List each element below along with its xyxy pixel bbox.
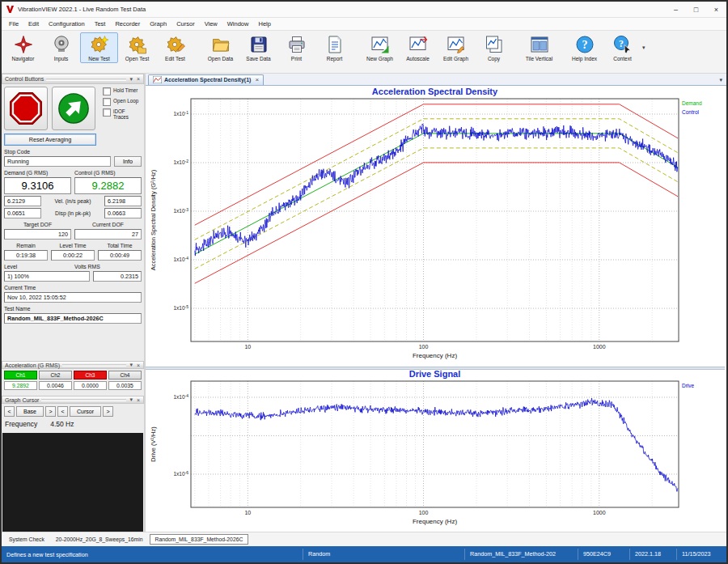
- remain-value: 0:19:38: [4, 250, 48, 261]
- menu-item-graph[interactable]: Graph: [145, 19, 171, 29]
- start-button[interactable]: [52, 87, 95, 130]
- toolbar-button-open-data[interactable]: Open Data: [201, 32, 239, 63]
- reset-averaging-button[interactable]: Reset Averaging: [4, 134, 96, 146]
- toolbar-button-report[interactable]: Report: [315, 32, 353, 63]
- bottom-tab-random-mil-833f-method-2026c[interactable]: Random_MIL_833F_Method-2026C: [150, 534, 249, 545]
- toolbar-button-label: Edit Graph: [443, 56, 468, 61]
- target-dof-value: 120: [4, 229, 71, 240]
- svg-text:100: 100: [419, 344, 429, 350]
- toolbar-button-new-test[interactable]: New Test: [80, 32, 118, 63]
- checkbox-open-loop[interactable]: [103, 98, 111, 106]
- base-button[interactable]: Base: [16, 406, 44, 417]
- toolbar-button-print[interactable]: Print: [277, 32, 315, 63]
- cursor-next-button[interactable]: >: [103, 406, 113, 417]
- toolbar-button-navigator[interactable]: Navigator: [4, 32, 42, 63]
- cursor-prev-button[interactable]: <: [57, 406, 68, 417]
- menu-item-cursor[interactable]: Cursor: [171, 19, 200, 29]
- info-button[interactable]: Info: [114, 156, 142, 167]
- bottom-tab-system-check[interactable]: System Check: [4, 535, 49, 544]
- panel-title: Acceleration (G RMS): [5, 363, 60, 368]
- cursor-button[interactable]: Cursor: [70, 406, 101, 417]
- channel-value-ch3: 0.0000: [74, 381, 107, 390]
- channel-value-ch1: 9.2892: [4, 381, 37, 390]
- toolbar-button-open-test[interactable]: Open Test: [118, 32, 156, 63]
- menu-item-configuration[interactable]: Configuration: [44, 19, 90, 29]
- base-next-button[interactable]: >: [45, 406, 56, 417]
- menu-item-help[interactable]: Help: [253, 19, 275, 29]
- menu-item-test[interactable]: Test: [90, 19, 111, 29]
- toolbar-button-help-index[interactable]: ?Help Index: [565, 32, 603, 63]
- toolbar-button-autoscale[interactable]: Autoscale: [399, 32, 437, 63]
- toolbar-button-save-data[interactable]: Save Data: [239, 32, 277, 63]
- channel-header-ch4[interactable]: Ch4: [108, 371, 142, 380]
- panel-collapse-icon[interactable]: ▾: [129, 76, 133, 83]
- svg-text:1x10-4: 1x10-4: [173, 393, 188, 401]
- panel-collapse-icon[interactable]: ▾: [129, 362, 133, 368]
- maximize-button[interactable]: □: [686, 2, 706, 17]
- toolbar-button-edit-graph[interactable]: Edit Graph: [437, 32, 475, 63]
- toolbar-button-edit-test[interactable]: Edit Test: [156, 32, 194, 63]
- panel-title: Graph Cursor: [5, 397, 39, 403]
- tab-overflow-icon[interactable]: ▾: [717, 77, 724, 85]
- graph-tab-close-icon[interactable]: ×: [255, 76, 259, 83]
- channel-header-ch3[interactable]: Ch3: [74, 371, 107, 380]
- toolbar-group: NavigatorInputsNew TestOpen TestEdit Tes…: [4, 32, 194, 63]
- menu-item-view[interactable]: View: [200, 19, 222, 29]
- graph-tab-bar: Acceleration Spectral Density(1) × ▾: [146, 74, 726, 86]
- panel-grip: [41, 399, 126, 401]
- test-name-label: Test Name: [4, 306, 142, 312]
- panel-close-icon[interactable]: ×: [136, 397, 141, 403]
- stop-button[interactable]: [4, 87, 48, 130]
- toolbar-button-new-graph[interactable]: New Graph: [361, 32, 399, 63]
- window-title: VibrationVIEW 2022.1 - Live Random Test …: [18, 6, 666, 13]
- svg-text:1x10-6: 1x10-6: [173, 470, 188, 477]
- svg-text:1x10-3: 1x10-3: [173, 207, 188, 214]
- panel-collapse-icon[interactable]: ▾: [129, 396, 133, 403]
- svg-text:Frequency (Hz): Frequency (Hz): [413, 352, 457, 359]
- volts-rms-label: Volts RMS: [74, 264, 142, 269]
- minimize-button[interactable]: –: [666, 2, 686, 17]
- panel-close-icon[interactable]: ×: [136, 76, 141, 82]
- svg-text:1x10-4: 1x10-4: [173, 256, 188, 263]
- menu-item-file[interactable]: File: [4, 19, 23, 29]
- current-dof-value: 27: [74, 229, 142, 240]
- displacement-right-value: 0.0663: [104, 208, 142, 218]
- toolbar-group: Tile Vertical: [520, 32, 558, 63]
- toolbar-button-tile-vertical[interactable]: Tile Vertical: [520, 32, 558, 63]
- checkbox-idof-traces[interactable]: [103, 108, 111, 117]
- checkbox-hold-timer[interactable]: [103, 87, 111, 95]
- control-buttons-panel-header: Control Buttons ▾ ×: [2, 74, 144, 84]
- checkbox-label: Hold Timer: [113, 87, 138, 93]
- chart-stack: 1010010001x10-11x10-21x10-31x10-41x10-5A…: [146, 86, 726, 532]
- channel-header-ch1[interactable]: Ch1: [4, 371, 37, 380]
- channel-header-ch2[interactable]: Ch2: [39, 371, 72, 380]
- svg-text:Drive (V²/Hz): Drive (V²/Hz): [150, 426, 157, 462]
- toolbar-button-context[interactable]: ?Context: [603, 32, 641, 63]
- drive-chart[interactable]: 1010010001x10-41x10-6Drive SignalFrequen…: [146, 370, 725, 532]
- context-dropdown-icon[interactable]: ▾: [642, 45, 645, 51]
- base-prev-button[interactable]: <: [4, 406, 15, 417]
- navigator-icon: [14, 35, 33, 54]
- menu-item-recorder[interactable]: Recorder: [110, 19, 145, 29]
- svg-text:1000: 1000: [593, 510, 606, 515]
- status-bar: Defines a new test specification Random …: [2, 546, 726, 562]
- level-label: Level: [4, 264, 71, 269]
- menu-item-edit[interactable]: Edit: [23, 19, 44, 29]
- level-value: 1) 100%: [4, 271, 90, 282]
- current-dof-label: Current DOF: [74, 222, 142, 227]
- acceleration-panel: Acceleration (G RMS) ▾ × Ch1Ch2Ch3Ch49.2…: [2, 361, 144, 392]
- velocity-left-value: 6.2129: [4, 196, 41, 206]
- panel-close-icon[interactable]: ×: [136, 363, 141, 368]
- checkbox-item-idof-traces: iDOF Traces: [103, 108, 142, 120]
- graph-tab[interactable]: Acceleration Spectral Density(1) ×: [148, 74, 264, 85]
- close-button[interactable]: ×: [706, 2, 726, 17]
- menu-item-window[interactable]: Window: [222, 19, 254, 29]
- content-area: Control Buttons ▾ ×: [2, 74, 726, 532]
- toolbar-button-inputs[interactable]: Inputs: [42, 32, 80, 63]
- bottom-tab-20-2000hz-20g-8-sweeps-16min[interactable]: 20-2000Hz_20G_8_Sweeps_16min: [51, 535, 148, 544]
- checkbox-label: iDOF Traces: [113, 108, 142, 120]
- status-date: 11/15/2023: [676, 549, 726, 560]
- asd-chart[interactable]: 1010010001x10-11x10-21x10-31x10-41x10-5A…: [146, 86, 725, 367]
- open-data-icon: [211, 35, 231, 54]
- toolbar-button-copy[interactable]: Copy: [475, 32, 513, 63]
